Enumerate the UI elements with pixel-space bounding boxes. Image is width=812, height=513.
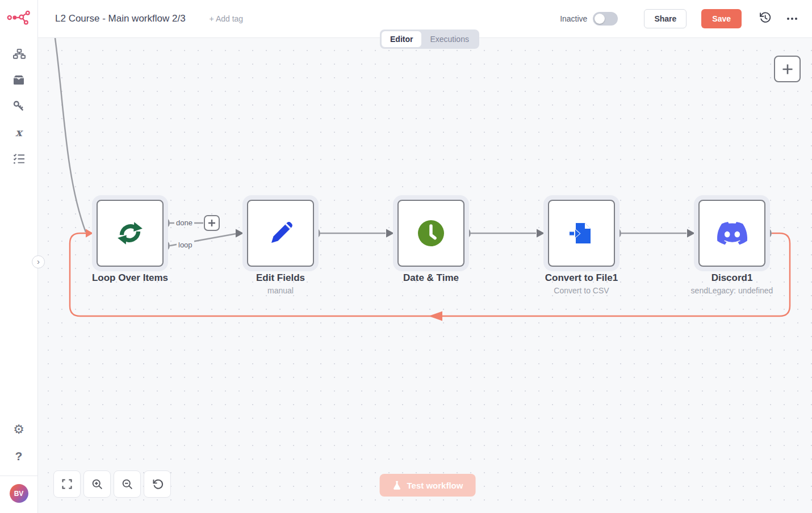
ellipsis-icon bbox=[787, 18, 789, 20]
sidebar-item-templates[interactable] bbox=[9, 70, 29, 90]
node-label: Loop Over Items bbox=[51, 272, 210, 284]
add-tag-button[interactable]: + Add tag bbox=[210, 14, 244, 23]
sidebar-item-help[interactable]: ? bbox=[9, 445, 29, 466]
sidebar-item-executions[interactable] bbox=[9, 148, 29, 169]
file-import-icon bbox=[548, 200, 615, 267]
toggle-knob bbox=[595, 14, 605, 24]
connection-label-loop: loop bbox=[177, 241, 194, 249]
zoom-out-icon bbox=[122, 478, 133, 490]
flask-icon bbox=[392, 480, 402, 490]
sidebar-item-variables[interactable]: x bbox=[9, 122, 29, 142]
reset-zoom-button[interactable] bbox=[144, 470, 171, 498]
node-subtitle: sendLegacy: undefined bbox=[652, 286, 811, 295]
save-button[interactable]: Save bbox=[701, 9, 742, 28]
plus-icon bbox=[208, 219, 216, 227]
node-edit-fields[interactable]: Edit Fields manual bbox=[247, 200, 314, 267]
workflow-title[interactable]: L2 Course - Main workflow 2/3 bbox=[55, 13, 186, 24]
tab-editor[interactable]: Editor bbox=[382, 31, 421, 47]
connection-label-done: done bbox=[174, 218, 194, 227]
loop-input-arrow-icon bbox=[86, 229, 93, 238]
status-label: Inactive bbox=[560, 14, 587, 23]
checklist-icon bbox=[12, 153, 26, 165]
variables-icon: x bbox=[15, 127, 22, 138]
more-options-button[interactable] bbox=[782, 9, 802, 28]
add-node-on-connection-button[interactable] bbox=[204, 215, 220, 231]
chevron-right-icon: › bbox=[37, 256, 40, 266]
gear-icon: ⚙ bbox=[13, 423, 24, 436]
plus-icon bbox=[782, 64, 793, 75]
node-date-time[interactable]: Date & Time bbox=[397, 200, 464, 267]
canvas-controls bbox=[53, 470, 171, 498]
test-workflow-label: Test workflow bbox=[407, 481, 463, 490]
node-subtitle: Convert to CSV bbox=[502, 286, 661, 295]
loop-icon bbox=[97, 200, 164, 267]
sidebar-divider: BV bbox=[0, 476, 37, 503]
help-icon: ? bbox=[15, 450, 23, 462]
node-label: Discord1 bbox=[652, 272, 811, 284]
workflows-icon bbox=[12, 48, 26, 61]
sidebar-expand-button[interactable]: › bbox=[32, 255, 45, 268]
zoom-in-icon bbox=[91, 478, 103, 490]
fit-view-icon bbox=[61, 478, 73, 490]
sidebar-item-settings[interactable]: ⚙ bbox=[9, 419, 29, 440]
sidebar-item-workflows[interactable] bbox=[9, 44, 29, 64]
workflow-history-button[interactable] bbox=[755, 9, 775, 28]
node-loop-over-items[interactable]: Loop Over Items bbox=[97, 200, 164, 267]
node-convert-to-file[interactable]: Convert to File1 Convert to CSV bbox=[548, 200, 615, 267]
active-toggle[interactable] bbox=[593, 12, 618, 26]
node-subtitle: manual bbox=[201, 286, 360, 295]
node-label: Convert to File1 bbox=[502, 272, 661, 284]
avatar[interactable]: BV bbox=[10, 484, 28, 503]
sidebar-item-credentials[interactable] bbox=[9, 96, 29, 116]
loopback-arrow-icon bbox=[429, 312, 442, 321]
share-button[interactable]: Share bbox=[644, 9, 687, 28]
sidebar: x ⚙ ? BV bbox=[0, 0, 38, 513]
key-icon bbox=[12, 100, 25, 112]
add-node-button[interactable] bbox=[774, 56, 801, 82]
tab-executions[interactable]: Executions bbox=[421, 31, 477, 47]
undo-icon bbox=[152, 478, 164, 490]
clock-icon bbox=[397, 200, 464, 267]
templates-icon bbox=[12, 74, 26, 86]
n8n-logo-icon[interactable] bbox=[7, 9, 31, 27]
zoom-out-button[interactable] bbox=[114, 470, 141, 498]
discord-icon bbox=[698, 200, 765, 267]
workflow-canvas[interactable]: done loop Loop Over Items bbox=[38, 38, 812, 513]
history-icon bbox=[759, 11, 771, 26]
node-discord[interactable]: Discord1 sendLegacy: undefined bbox=[698, 200, 765, 267]
node-label: Date & Time bbox=[351, 272, 510, 284]
zoom-to-fit-button[interactable] bbox=[53, 470, 81, 498]
editor-executions-tabs: Editor Executions bbox=[380, 30, 479, 49]
test-workflow-button[interactable]: Test workflow bbox=[380, 474, 476, 497]
incoming-connection[interactable] bbox=[55, 38, 86, 232]
node-label: Edit Fields bbox=[201, 272, 360, 284]
pencil-icon bbox=[247, 200, 314, 267]
zoom-in-button[interactable] bbox=[83, 470, 111, 498]
